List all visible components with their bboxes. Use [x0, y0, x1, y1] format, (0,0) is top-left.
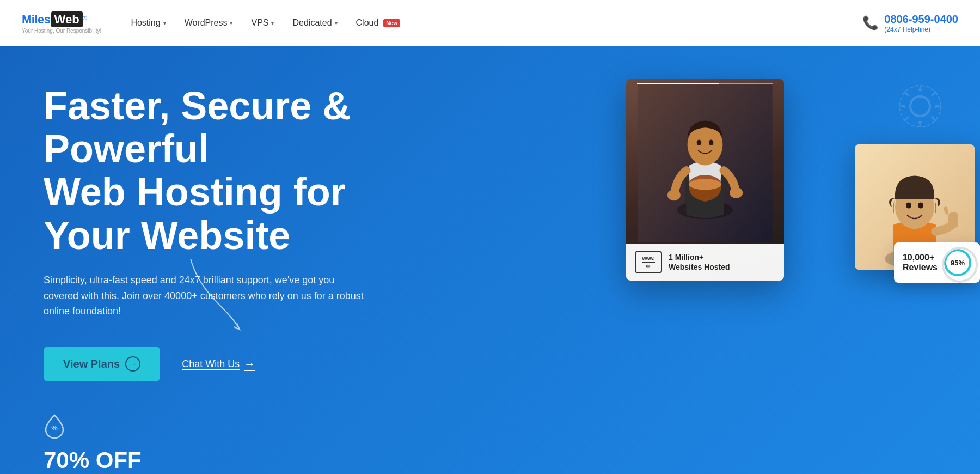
nav-item-dedicated[interactable]: Dedicated ▾ — [285, 14, 345, 32]
discount-droplet-icon: % — [44, 414, 397, 444]
svg-point-11 — [689, 179, 721, 190]
chat-with-us-button[interactable]: Chat With Us → — [182, 358, 255, 370]
svg-point-9 — [730, 187, 743, 198]
chevron-down-icon: ▾ — [335, 20, 338, 26]
main-photo-card: www. ▭ 1 Million+ Websites Hosted — [626, 79, 784, 281]
logo[interactable]: MilesWeb® Your Hosting, Our Responsibili… — [22, 13, 101, 34]
nav-links: Hosting ▾ WordPress ▾ VPS ▾ Dedicated ▾ … — [123, 14, 862, 32]
chevron-down-icon: ▾ — [271, 20, 274, 26]
websites-label: Websites Hosted — [669, 262, 730, 272]
reviews-label: Reviews — [903, 263, 938, 272]
svg-point-6 — [697, 140, 702, 145]
phone-icon: 📞 — [862, 15, 879, 31]
phone-number: 0806-959-0400 — [884, 13, 958, 25]
svg-point-7 — [709, 140, 714, 145]
logo-reg: ® — [83, 14, 87, 21]
cloud-new-badge: New — [383, 19, 400, 27]
svg-point-17 — [918, 203, 923, 209]
reviews-count: 10,000+ — [903, 253, 938, 263]
svg-rect-18 — [948, 212, 958, 228]
nav-item-cloud[interactable]: Cloud New — [348, 14, 408, 32]
nav-item-hosting[interactable]: Hosting ▾ — [123, 14, 173, 32]
view-plans-button[interactable]: View Plans → — [44, 347, 160, 381]
logo-web: Web — [51, 11, 83, 27]
reviews-badge: 10,000+ Reviews 95% — [894, 242, 980, 283]
svg-text:%: % — [51, 424, 58, 432]
arrow-circle-icon: → — [125, 356, 140, 372]
chevron-down-icon: ▾ — [230, 20, 232, 26]
logo-tagline: Your Hosting, Our Responsibility! — [22, 28, 101, 34]
hero-actions: View Plans → Chat With Us → — [44, 347, 397, 381]
phone-info: 📞 0806-959-0400 (24x7 Help-line) — [862, 13, 958, 33]
nav-item-vps[interactable]: VPS ▾ — [243, 14, 281, 32]
logo-miles: Miles — [22, 13, 51, 26]
hero-section: Faster, Secure & Powerful Web Hosting fo… — [0, 46, 980, 474]
website-www-icon: www. ▭ — [635, 251, 662, 273]
websites-count: 1 Million+ — [669, 252, 730, 262]
reviews-percent: 95% — [944, 249, 971, 276]
potter-person-illustration — [626, 84, 784, 242]
phone-sub: (24x7 Help-line) — [884, 26, 958, 33]
discount-block: % 70% OFF Web Hosting + Free Domain, SSL… — [44, 414, 397, 474]
curved-arrow-icon — [185, 253, 250, 335]
navbar: MilesWeb® Your Hosting, Our Responsibili… — [0, 0, 980, 46]
chevron-down-icon: ▾ — [163, 20, 166, 26]
hero-images: www. ▭ 1 Million+ Websites Hosted — [599, 79, 980, 460]
discount-percent: 70% OFF — [44, 447, 397, 473]
chat-arrow-icon: → — [244, 358, 255, 370]
svg-point-16 — [906, 203, 911, 209]
websites-hosted-card: www. ▭ 1 Million+ Websites Hosted — [626, 244, 784, 281]
nav-item-wordpress[interactable]: WordPress ▾ — [177, 14, 241, 32]
hero-title: Faster, Secure & Powerful Web Hosting fo… — [44, 84, 397, 257]
svg-point-8 — [667, 190, 681, 200]
